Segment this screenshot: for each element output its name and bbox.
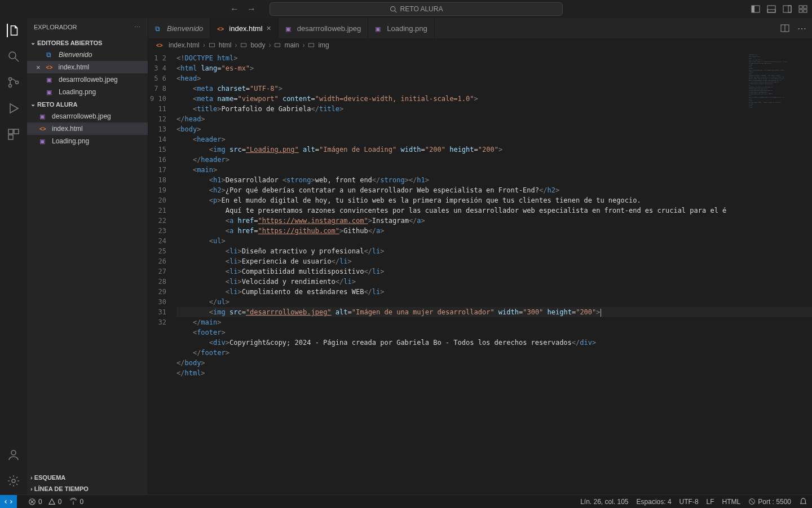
status-spaces[interactable]: Espacios: 4 (637, 498, 672, 506)
file-icon (46, 51, 55, 59)
code-editor[interactable]: <!DOCTYPE html><html lang="es-mx"><head>… (176, 52, 812, 494)
minimap[interactable]: !DOCTYPE htmlhtml lang="es-mx"head meta … (749, 54, 805, 133)
file-label: desarrrolloweb.jpeg (59, 76, 118, 84)
broadcast-icon (748, 498, 756, 505)
account-icon[interactable] (7, 448, 20, 462)
chevron-right-icon: › (268, 41, 271, 49)
svg-rect-26 (275, 43, 280, 47)
nav-back-icon[interactable]: ← (230, 4, 239, 14)
explorer-title: EXPLORADOR (34, 24, 77, 31)
open-editors-section[interactable]: ⌄ EDITORES ABIERTOS (27, 37, 148, 49)
svg-rect-27 (309, 43, 314, 47)
chevron-down-icon: ⌄ (30, 100, 36, 108)
svg-point-12 (9, 52, 16, 59)
extensions-icon[interactable] (7, 128, 20, 141)
layout-primary-icon[interactable] (751, 5, 760, 14)
file-icon (46, 63, 55, 71)
status-errors[interactable]: 0 0 (28, 498, 61, 506)
editor-tab[interactable]: Bienvenido (148, 18, 210, 38)
file-item[interactable]: desarrrolloweb.jpeg (27, 110, 148, 122)
file-icon (156, 41, 165, 49)
command-center-text: RETO ALURA (400, 5, 443, 13)
file-label: Loading.png (52, 137, 89, 145)
editor-tab[interactable]: index.html× (210, 18, 278, 38)
editor-tab[interactable]: Loading.png (368, 18, 435, 38)
command-center[interactable]: RETO ALURA (270, 2, 563, 16)
file-label: Bienvenido (59, 51, 92, 59)
element-icon (209, 42, 215, 49)
file-item[interactable]: index.html (27, 122, 148, 135)
breadcrumb-item[interactable]: main (284, 41, 299, 49)
svg-point-21 (12, 479, 15, 483)
source-control-icon[interactable] (7, 76, 20, 89)
more-icon[interactable]: ⋯ (797, 23, 806, 34)
explorer-icon[interactable] (7, 24, 20, 37)
explorer-more-icon[interactable]: ⋯ (134, 24, 141, 31)
bell-icon[interactable] (799, 497, 807, 506)
file-icon (46, 88, 55, 96)
status-ports[interactable]: 0 (69, 498, 83, 506)
file-icon (285, 24, 294, 32)
open-editor-item[interactable]: desarrrolloweb.jpeg (27, 73, 148, 86)
breadcrumb-item[interactable]: img (318, 41, 329, 49)
layout-secondary-icon[interactable] (783, 5, 792, 14)
layout-panel-icon[interactable] (767, 5, 776, 14)
status-eol[interactable]: LF (707, 498, 714, 506)
svg-rect-6 (783, 6, 791, 12)
run-debug-icon[interactable] (7, 102, 20, 115)
breadcrumb-item[interactable]: html (219, 41, 232, 49)
svg-rect-8 (799, 6, 802, 8)
svg-line-32 (751, 500, 754, 503)
status-linecol[interactable]: Lín. 26, col. 105 (580, 498, 628, 506)
nav-forward-icon[interactable]: → (247, 4, 256, 14)
remote-button[interactable] (0, 495, 17, 508)
search-icon[interactable] (7, 50, 20, 63)
svg-rect-9 (804, 6, 807, 8)
breadcrumbs[interactable]: index.html›html›body›main›img (148, 38, 812, 52)
timeline-section[interactable]: › LÍNEA DE TIEMPO (27, 483, 148, 494)
activity-bar (0, 18, 27, 494)
status-encoding[interactable]: UTF-8 (679, 498, 699, 506)
titlebar: ← → RETO ALURA (0, 0, 812, 18)
element-icon (308, 42, 315, 49)
chevron-right-icon: › (30, 485, 33, 492)
chevron-down-icon: ⌄ (30, 39, 36, 46)
file-icon (39, 125, 48, 133)
open-editor-item[interactable]: Loading.png (27, 86, 148, 98)
svg-line-1 (395, 10, 396, 12)
outline-section[interactable]: › ESQUEMA (27, 472, 148, 483)
antenna-icon (69, 498, 77, 506)
breadcrumb-item[interactable]: body (250, 41, 265, 49)
tab-label: Loading.png (387, 24, 427, 33)
file-label: Loading.png (59, 88, 96, 96)
layout-customize-icon[interactable] (798, 5, 807, 14)
status-language[interactable]: HTML (722, 498, 741, 506)
status-liveserver[interactable]: Port : 5500 (748, 498, 791, 506)
file-icon (46, 76, 55, 84)
svg-rect-5 (767, 10, 775, 12)
chevron-right-icon: › (235, 41, 237, 49)
close-icon[interactable]: × (267, 24, 271, 33)
svg-rect-7 (788, 6, 791, 12)
close-icon[interactable]: × (36, 63, 41, 72)
svg-point-15 (9, 85, 12, 87)
status-bar: 0 0 0 Lín. 26, col. 105 Espacios: 4 UTF-… (0, 494, 812, 508)
file-item[interactable]: Loading.png (27, 135, 148, 147)
editor-tab[interactable]: desarrrolloweb.jpeg (279, 18, 368, 38)
file-icon (39, 112, 48, 120)
breadcrumb-item[interactable]: index.html (169, 41, 200, 49)
settings-gear-icon[interactable] (7, 474, 20, 488)
search-icon (390, 6, 397, 13)
svg-rect-25 (241, 43, 246, 47)
svg-point-0 (390, 6, 395, 11)
tab-label: Bienvenido (167, 24, 203, 33)
svg-point-20 (11, 450, 16, 455)
tab-label: desarrrolloweb.jpeg (297, 24, 361, 33)
chevron-right-icon: › (30, 474, 33, 481)
open-editor-item[interactable]: ×index.html (27, 61, 148, 73)
split-editor-icon[interactable] (780, 24, 789, 33)
project-section[interactable]: ⌄ RETO ALURA (27, 98, 148, 110)
svg-rect-3 (752, 6, 754, 12)
open-editor-item[interactable]: Bienvenido (27, 49, 148, 61)
editor-tabs: Bienvenidoindex.html×desarrrolloweb.jpeg… (148, 18, 812, 38)
